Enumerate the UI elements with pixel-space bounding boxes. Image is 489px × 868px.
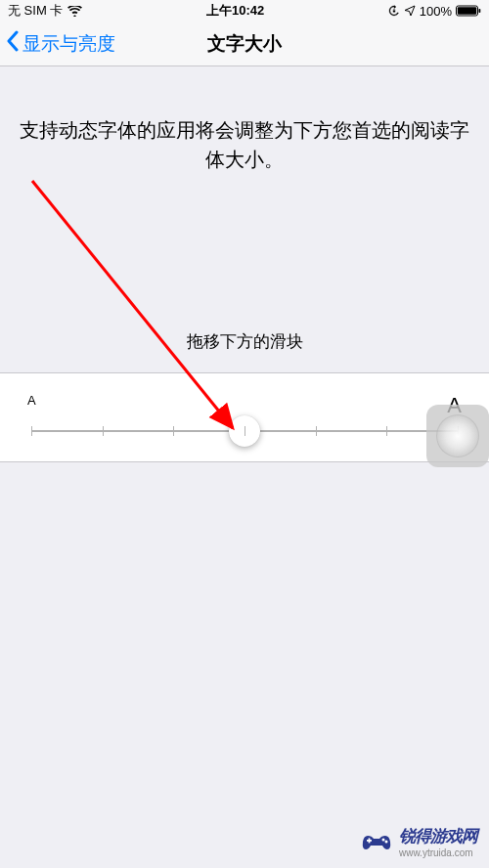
svg-point-6 [385,841,388,844]
location-icon [404,5,416,17]
watermark: 锐得游戏网 www.ytruida.com [360,825,477,858]
slider-label-small: A [27,393,36,418]
status-bar: 无 SIM 卡 上午10:42 100% [0,0,489,22]
status-left: 无 SIM 卡 [8,2,82,20]
assistive-touch-icon [436,414,479,457]
description-text: 支持动态字体的应用将会调整为下方您首选的阅读字体大小。 [0,115,489,174]
watermark-title: 锐得游戏网 [399,825,477,847]
status-time: 上午10:42 [206,2,264,20]
watermark-text: 锐得游戏网 www.ytruida.com [399,825,477,858]
slider-tick [386,426,387,436]
text-size-slider-container: A A [0,372,489,462]
assistive-touch-button[interactable] [426,405,489,467]
watermark-logo-icon [360,828,393,855]
slider-tick [31,426,32,436]
slider-tick [244,426,245,436]
rotation-lock-icon [388,5,400,17]
slider-tick [173,426,174,436]
slider-tick [103,426,104,436]
svg-rect-8 [369,838,371,843]
svg-point-5 [382,839,385,842]
text-size-slider[interactable] [31,430,458,432]
content: 支持动态字体的应用将会调整为下方您首选的阅读字体大小。 拖移下方的滑块 A A [0,66,489,462]
status-right: 100% [388,4,481,19]
page-title: 文字大小 [207,31,282,57]
battery-icon [456,5,481,17]
chevron-left-icon [6,30,19,57]
instruction-text: 拖移下方的滑块 [0,330,489,353]
carrier-text: 无 SIM 卡 [8,2,63,20]
svg-rect-3 [479,9,481,13]
nav-bar: 显示与亮度 文字大小 [0,22,489,66]
svg-rect-2 [458,7,476,14]
wifi-icon [67,6,82,17]
back-button[interactable]: 显示与亮度 [0,30,115,57]
back-label: 显示与亮度 [22,31,115,57]
watermark-url: www.ytruida.com [399,847,477,858]
slider-tick [316,426,317,436]
battery-percent: 100% [420,4,452,19]
svg-rect-0 [393,11,395,13]
